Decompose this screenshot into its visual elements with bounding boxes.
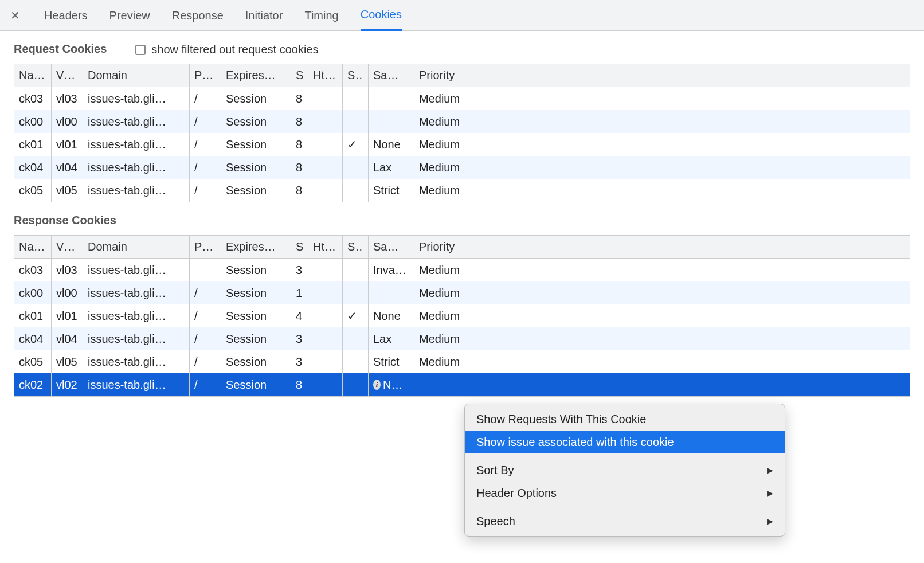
table-row[interactable]: ck05vl05issues-tab.gli…/Session8StrictMe… bbox=[14, 179, 910, 202]
col-header[interactable]: V… bbox=[52, 236, 83, 259]
cell-size: 8 bbox=[291, 179, 308, 202]
cell-value: vl05 bbox=[52, 179, 83, 202]
col-header[interactable]: V… bbox=[52, 64, 83, 87]
table-row[interactable]: ck04vl04issues-tab.gli…/Session8LaxMediu… bbox=[14, 156, 910, 179]
cell-secure bbox=[343, 87, 369, 110]
cell-samesite: None bbox=[369, 304, 414, 327]
cell-expires: Session bbox=[221, 179, 291, 202]
request-cookies-table: Na…V…DomainP…Expires…S.Ht…S…Sa…Priority … bbox=[14, 64, 910, 202]
cell-priority: Medium bbox=[414, 282, 910, 304]
table-row[interactable]: ck05vl05issues-tab.gli…/Session3..Strict… bbox=[14, 350, 910, 373]
col-header[interactable]: S… bbox=[343, 64, 369, 87]
cell-secure bbox=[343, 259, 369, 282]
cell-size: 8 bbox=[291, 156, 308, 179]
col-header[interactable]: Domain bbox=[83, 64, 190, 87]
cell-secure bbox=[343, 327, 369, 350]
col-header[interactable]: P… bbox=[190, 236, 221, 259]
response-cookies-table: Na…V…DomainP…Expires…S.Ht…S…Sa…Priority … bbox=[14, 235, 910, 397]
cell-value: vl01 bbox=[52, 304, 83, 327]
table-row[interactable]: ck03vl03issues-tab.gli…Session3..Inva…Me… bbox=[14, 259, 910, 282]
cell-priority: Medium bbox=[414, 350, 910, 373]
cell-samesite: Lax bbox=[369, 156, 414, 179]
info-icon: i bbox=[373, 380, 381, 390]
cell-name: ck00 bbox=[14, 110, 52, 133]
table-row[interactable]: ck01vl01issues-tab.gli…/Session4..✓NoneM… bbox=[14, 304, 910, 327]
cell-http bbox=[308, 373, 343, 396]
cell-domain: issues-tab.gli… bbox=[83, 179, 190, 202]
show-filtered-label: show filtered out request cookies bbox=[151, 43, 318, 56]
cell-secure bbox=[343, 179, 369, 202]
cell-http bbox=[308, 110, 343, 133]
cell-value: vl03 bbox=[52, 259, 83, 282]
cell-expires: Session bbox=[221, 373, 291, 396]
cell-domain: issues-tab.gli… bbox=[83, 350, 190, 373]
tab-headers[interactable]: Headers bbox=[44, 0, 88, 31]
cell-domain: issues-tab.gli… bbox=[83, 327, 190, 350]
cell-priority: Medium bbox=[414, 156, 910, 179]
cell-name: ck02 bbox=[14, 373, 52, 396]
col-header[interactable]: Sa… bbox=[369, 236, 414, 259]
cell-http bbox=[308, 156, 343, 179]
col-header[interactable]: Ht… bbox=[308, 236, 343, 259]
col-header[interactable]: Expires… bbox=[221, 64, 291, 87]
col-header[interactable]: Na… bbox=[14, 236, 52, 259]
table-row[interactable]: ck01vl01issues-tab.gli…/Session8✓NoneMed… bbox=[14, 133, 910, 156]
table-row[interactable]: ck03vl03issues-tab.gli…/Session8Medium bbox=[14, 87, 910, 110]
table-row[interactable]: ck00vl00issues-tab.gli…/Session1..Medium bbox=[14, 282, 910, 304]
cell-samesite: iN… bbox=[369, 373, 414, 396]
request-cookies-title: Request Cookies bbox=[0, 31, 107, 60]
cell-secure: ✓ bbox=[343, 133, 369, 156]
cell-http bbox=[308, 259, 343, 282]
cell-path: / bbox=[190, 350, 221, 373]
cell-expires: Session bbox=[221, 87, 291, 110]
tab-initiator[interactable]: Initiator bbox=[245, 0, 283, 31]
cell-expires: Session bbox=[221, 110, 291, 133]
cell-expires: Session bbox=[221, 133, 291, 156]
cell-priority: Medium bbox=[414, 304, 910, 327]
col-header[interactable]: Domain bbox=[83, 236, 190, 259]
cell-size: 3.. bbox=[291, 327, 308, 350]
cell-http bbox=[308, 304, 343, 327]
tab-cookies[interactable]: Cookies bbox=[361, 0, 402, 31]
cell-samesite: None bbox=[369, 133, 414, 156]
cell-priority: Medium bbox=[414, 259, 910, 282]
col-header[interactable]: S… bbox=[343, 236, 369, 259]
cell-size: 8 bbox=[291, 133, 308, 156]
col-header[interactable]: S. bbox=[291, 236, 308, 259]
table-row[interactable]: ck00vl00issues-tab.gli…/Session8Medium bbox=[14, 110, 910, 133]
cell-domain: issues-tab.gli… bbox=[83, 110, 190, 133]
tab-response[interactable]: Response bbox=[172, 0, 224, 31]
col-header[interactable]: Ht… bbox=[308, 64, 343, 87]
cell-name: ck04 bbox=[14, 156, 52, 179]
show-filtered-checkbox[interactable] bbox=[135, 45, 146, 55]
cell-domain: issues-tab.gli… bbox=[83, 156, 190, 179]
table-row[interactable]: ck04vl04issues-tab.gli…/Session3..LaxMed… bbox=[14, 327, 910, 350]
col-header[interactable]: P… bbox=[190, 64, 221, 87]
cell-domain: issues-tab.gli… bbox=[83, 87, 190, 110]
cell-expires: Session bbox=[221, 282, 291, 304]
cell-size: 4.. bbox=[291, 304, 308, 327]
cell-expires: Session bbox=[221, 327, 291, 350]
cell-path: / bbox=[190, 156, 221, 179]
col-header[interactable]: S. bbox=[291, 64, 308, 87]
tab-timing[interactable]: Timing bbox=[304, 0, 338, 31]
cell-domain: issues-tab.gli… bbox=[83, 373, 190, 396]
col-header[interactable]: Sa… bbox=[369, 64, 414, 87]
cell-expires: Session bbox=[221, 350, 291, 373]
col-header[interactable]: Expires… bbox=[221, 236, 291, 259]
table-row[interactable]: ck02vl02issues-tab.gli…/Session8iN… bbox=[14, 373, 910, 396]
col-header[interactable]: Na… bbox=[14, 64, 52, 87]
cell-samesite: Strict bbox=[369, 350, 414, 373]
cell-domain: issues-tab.gli… bbox=[83, 304, 190, 327]
cell-http bbox=[308, 350, 343, 373]
cell-path: / bbox=[190, 373, 221, 396]
devtools-tabbar: ✕ HeadersPreviewResponseInitiatorTimingC… bbox=[0, 0, 924, 31]
cell-http bbox=[308, 87, 343, 110]
close-icon[interactable]: ✕ bbox=[10, 10, 20, 21]
col-header[interactable]: Priority bbox=[414, 236, 910, 259]
tab-preview[interactable]: Preview bbox=[109, 0, 150, 31]
cell-samesite bbox=[369, 87, 414, 110]
col-header[interactable]: Priority bbox=[414, 64, 910, 87]
cell-secure bbox=[343, 373, 369, 396]
cell-samesite: Inva… bbox=[369, 259, 414, 282]
